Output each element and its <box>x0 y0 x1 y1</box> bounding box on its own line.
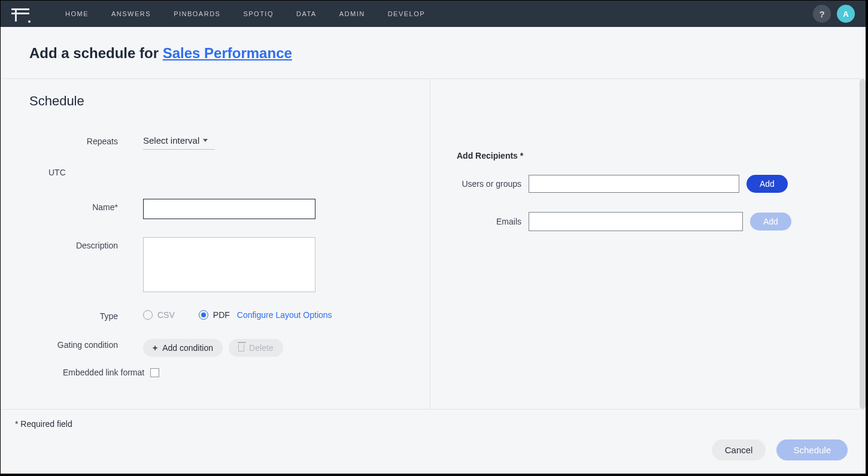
avatar[interactable]: A <box>837 5 855 23</box>
name-input[interactable] <box>143 199 315 219</box>
logo-icon[interactable] <box>11 7 29 21</box>
nav-data[interactable]: DATA <box>296 10 317 17</box>
page-title-prefix: Add a schedule for <box>29 45 163 61</box>
radio-pdf[interactable]: PDF <box>199 310 230 320</box>
label-repeats: Repeats <box>29 133 143 146</box>
radio-pdf-label: PDF <box>213 310 230 320</box>
nav-pinboards[interactable]: PINBOARDS <box>174 10 220 17</box>
top-nav: HOME ANSWERS PINBOARDS SPOTIQ DATA ADMIN… <box>1 1 866 27</box>
nav-develop[interactable]: DEVELOP <box>388 10 425 17</box>
label-embedded-link: Embedded link format <box>63 368 144 377</box>
interval-select-text: Select interval <box>143 135 199 145</box>
label-gating: Gating condition <box>29 339 143 350</box>
add-users-button[interactable]: Add <box>746 175 788 193</box>
radio-circle-icon <box>143 310 153 320</box>
section-title-schedule: Schedule <box>29 93 401 109</box>
pinboard-link[interactable]: Sales Performance <box>163 45 292 61</box>
label-emails: Emails <box>457 217 521 226</box>
description-input[interactable] <box>143 237 315 292</box>
page-header: Add a schedule for Sales Performance <box>1 27 866 79</box>
chevron-down-icon <box>203 139 208 142</box>
radio-csv[interactable]: CSV <box>143 310 175 320</box>
add-condition-button[interactable]: Add condition <box>143 339 223 357</box>
radio-csv-label: CSV <box>157 310 175 320</box>
label-type: Type <box>29 310 143 321</box>
plus-icon <box>153 343 157 353</box>
radio-circle-selected-icon <box>199 310 208 320</box>
embedded-link-checkbox[interactable] <box>150 368 159 377</box>
nav-answers[interactable]: ANSWERS <box>111 10 151 17</box>
cancel-button[interactable]: Cancel <box>712 439 766 460</box>
users-groups-input[interactable] <box>529 175 739 193</box>
nav-home[interactable]: HOME <box>65 10 89 17</box>
recipients-heading: Add Recipients * <box>457 151 830 160</box>
add-condition-label: Add condition <box>162 343 213 353</box>
delete-condition-button[interactable]: Delete <box>229 339 283 357</box>
required-note: * Required field <box>15 419 848 429</box>
label-name: Name* <box>29 199 143 212</box>
nav-admin[interactable]: ADMIN <box>339 10 365 17</box>
recipients-panel: Add Recipients * Users or groups Add Ema… <box>430 79 866 409</box>
schedule-button[interactable]: Schedule <box>776 439 848 460</box>
label-description: Description <box>29 237 143 250</box>
nav-spotiq[interactable]: SPOTIQ <box>243 10 274 17</box>
delete-condition-label: Delete <box>249 343 273 353</box>
emails-input[interactable] <box>529 212 743 231</box>
help-icon[interactable]: ? <box>813 5 831 23</box>
page-title: Add a schedule for Sales Performance <box>29 45 837 62</box>
interval-select[interactable]: Select interval <box>143 133 215 150</box>
label-users-groups: Users or groups <box>457 179 521 189</box>
dialog-footer: * Required field Cancel Schedule <box>1 409 866 474</box>
configure-layout-link[interactable]: Configure Layout Options <box>237 310 332 320</box>
trash-icon <box>238 344 244 351</box>
scrollbar[interactable] <box>860 79 866 409</box>
label-timezone: UTC <box>29 168 66 177</box>
schedule-panel: Schedule Repeats Select interval UTC Nam… <box>1 79 430 409</box>
nav-links: HOME ANSWERS PINBOARDS SPOTIQ DATA ADMIN… <box>65 10 425 17</box>
add-emails-button[interactable]: Add <box>750 213 791 231</box>
